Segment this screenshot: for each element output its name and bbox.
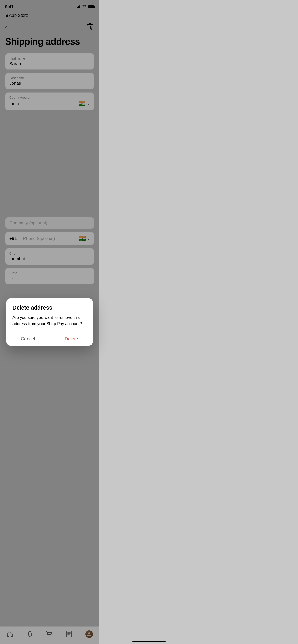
modal-overlay: Delete address Are you sure you want to … [0, 0, 99, 287]
